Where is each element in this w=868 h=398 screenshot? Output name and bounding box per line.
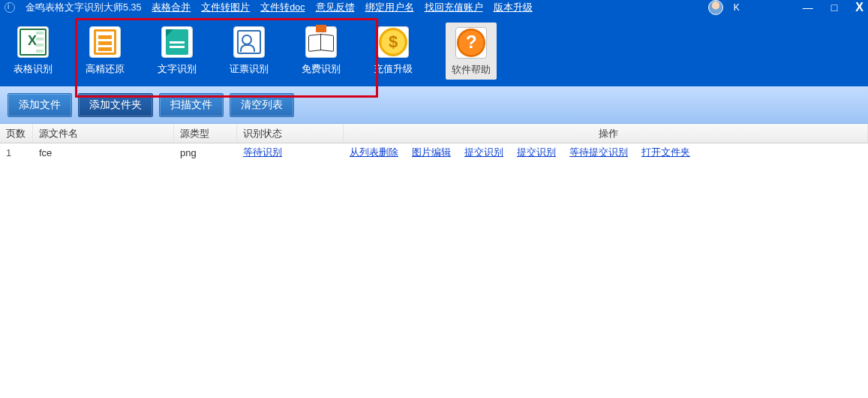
tb-label: 充值升级	[374, 62, 413, 76]
op-remove[interactable]: 从列表删除	[350, 146, 398, 159]
cell-file: fce	[33, 147, 174, 158]
col-ops[interactable]: 操作	[344, 124, 868, 143]
toplink-feedback[interactable]: 意见反馈	[316, 2, 355, 14]
toplink-upgrade[interactable]: 版本升级	[494, 2, 533, 14]
op-submit1[interactable]: 提交识别	[464, 146, 503, 159]
app-title: 金鸣表格文字识别大师5.35	[26, 2, 141, 14]
tb-label: 免费识别	[302, 62, 341, 76]
toplink-bind[interactable]: 绑定用户名	[365, 2, 414, 14]
main-toolbar: 表格识别 高精还原 文字识别 证票识别 免费识别 充值升级 软件帮助	[0, 15, 868, 86]
tb-label: 高精还原	[86, 62, 125, 76]
toplink-to-img[interactable]: 文件转图片	[201, 2, 250, 14]
tb-label: 证票识别	[230, 62, 269, 76]
toplink-merge[interactable]: 表格合并	[152, 2, 191, 14]
toplink-to-doc[interactable]: 文件转doc	[260, 2, 305, 14]
app-icon	[5, 2, 15, 13]
op-wait[interactable]: 等待提交识别	[569, 146, 628, 159]
window-minimize-icon[interactable]: —	[803, 2, 813, 13]
tb-table-recognition[interactable]: 表格识别	[14, 26, 53, 76]
scan-file-button[interactable]: 扫描文件	[159, 93, 224, 117]
tb-id-recognition[interactable]: 证票识别	[230, 26, 269, 76]
avatar[interactable]	[708, 0, 723, 15]
add-folder-button[interactable]: 添加文件夹	[78, 93, 153, 117]
cell-type: png	[174, 147, 237, 158]
col-file[interactable]: 源文件名	[33, 124, 174, 143]
tb-label: 软件帮助	[452, 63, 491, 77]
window-maximize-icon[interactable]: □	[831, 2, 837, 13]
op-submit2[interactable]: 提交识别	[517, 146, 556, 159]
table-header: 页数 源文件名 源类型 识别状态 操作	[0, 124, 868, 143]
titlebar: 金鸣表格文字识别大师5.35 表格合并 文件转图片 文件转doc 意见反馈 绑定…	[0, 0, 868, 15]
cell-page: 1	[0, 147, 33, 158]
coin-icon	[379, 28, 407, 56]
excel-icon	[20, 29, 47, 56]
action-bar: 添加文件 添加文件夹 扫描文件 清空列表	[0, 86, 868, 124]
help-icon	[457, 29, 485, 57]
col-type[interactable]: 源类型	[174, 124, 237, 143]
tb-text-recognition[interactable]: 文字识别	[158, 26, 197, 76]
clear-list-button[interactable]: 清空列表	[230, 93, 294, 117]
toplink-recover[interactable]: 找回充值账户	[425, 2, 483, 14]
user-name[interactable]: K	[734, 2, 740, 13]
add-file-button[interactable]: 添加文件	[8, 93, 72, 117]
table-row[interactable]: 1 fce png 等待识别 从列表删除 图片编辑 提交识别 提交识别 等待提交…	[0, 143, 868, 161]
op-edit[interactable]: 图片编辑	[412, 146, 451, 159]
op-open[interactable]: 打开文件夹	[641, 146, 690, 159]
window-close-icon[interactable]: X	[855, 2, 863, 14]
tb-label: 表格识别	[14, 62, 53, 76]
document-teal-icon	[166, 29, 188, 55]
tb-label: 文字识别	[158, 62, 197, 76]
book-icon	[308, 35, 335, 50]
tb-high-precision-restore[interactable]: 高精还原	[86, 26, 125, 76]
cell-status-link[interactable]: 等待识别	[243, 146, 282, 159]
document-orange-icon	[94, 29, 116, 55]
col-status[interactable]: 识别状态	[237, 124, 344, 143]
tb-free-recognition[interactable]: 免费识别	[302, 26, 341, 76]
id-card-icon	[237, 30, 261, 54]
tb-software-help[interactable]: 软件帮助	[446, 23, 497, 80]
col-page[interactable]: 页数	[0, 124, 33, 143]
tb-recharge-upgrade[interactable]: 充值升级	[374, 26, 413, 76]
